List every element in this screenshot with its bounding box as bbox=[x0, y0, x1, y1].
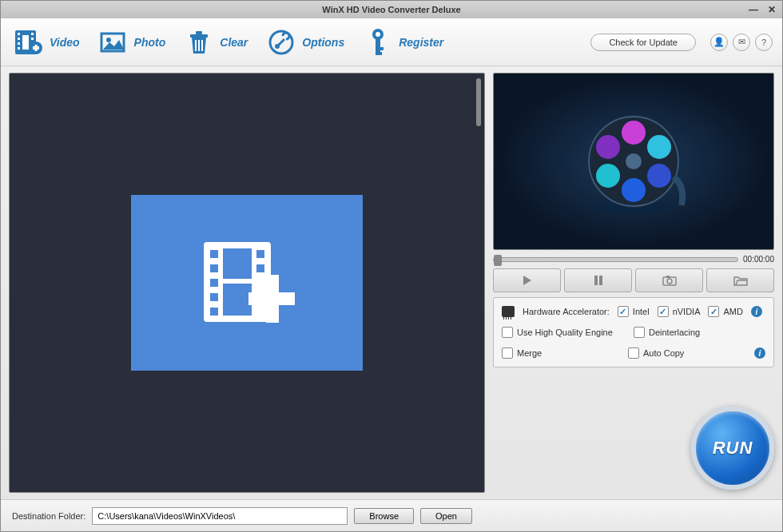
svg-point-50 bbox=[647, 164, 671, 188]
svg-rect-13 bbox=[190, 34, 208, 38]
help-icon[interactable]: ? bbox=[755, 34, 773, 51]
scrollbar[interactable] bbox=[476, 78, 481, 126]
svg-rect-23 bbox=[376, 47, 384, 50]
register-label: Register bbox=[399, 36, 443, 49]
svg-rect-3 bbox=[18, 42, 20, 45]
add-video-dropzone[interactable] bbox=[131, 195, 363, 371]
film-plus-icon bbox=[199, 239, 295, 327]
trash-icon bbox=[185, 28, 213, 57]
svg-point-47 bbox=[596, 135, 620, 159]
nvidia-checkbox[interactable]: nVIDIA bbox=[658, 306, 701, 317]
header-icons: 👤 ✉ ? bbox=[710, 34, 773, 51]
autocopy-info-icon[interactable]: i bbox=[754, 347, 765, 359]
dest-folder-label: Destination Folder: bbox=[12, 511, 85, 521]
timeline-handle[interactable] bbox=[494, 255, 502, 266]
svg-point-21 bbox=[376, 32, 380, 37]
minimize-button[interactable]: — bbox=[749, 4, 758, 15]
video-label: Video bbox=[50, 36, 80, 49]
film-reel-icon bbox=[578, 105, 690, 217]
svg-rect-17 bbox=[201, 40, 203, 51]
file-list-panel bbox=[9, 73, 485, 493]
hq-engine-checkbox[interactable]: Use High Quality Engine bbox=[502, 327, 627, 338]
merge-row: Merge Auto Copy i bbox=[502, 347, 765, 359]
app-window: WinX HD Video Converter Deluxe — ✕ Video… bbox=[0, 0, 783, 532]
footer: Destination Folder: Browse Open bbox=[1, 499, 782, 531]
svg-point-44 bbox=[626, 153, 642, 169]
key-icon bbox=[364, 28, 392, 57]
right-panel: 00:00:00 Hardware Accelerator: Intel nVI… bbox=[493, 73, 774, 493]
svg-point-19 bbox=[275, 44, 280, 49]
svg-rect-52 bbox=[599, 276, 602, 285]
preview-window bbox=[493, 73, 774, 250]
timeline: 00:00:00 bbox=[493, 255, 774, 264]
window-controls: — ✕ bbox=[749, 4, 776, 15]
photo-icon bbox=[99, 28, 128, 57]
snapshot-button[interactable] bbox=[635, 268, 703, 292]
open-button[interactable]: Open bbox=[420, 508, 472, 524]
svg-rect-1 bbox=[18, 33, 20, 35]
svg-rect-54 bbox=[666, 276, 670, 278]
merge-checkbox[interactable]: Merge bbox=[502, 347, 622, 359]
hw-accel-row: Hardware Accelerator: Intel nVIDIA AMD i bbox=[502, 306, 765, 317]
close-button[interactable]: ✕ bbox=[768, 4, 776, 15]
svg-rect-15 bbox=[195, 40, 197, 51]
hw-info-icon[interactable]: i bbox=[751, 306, 762, 317]
timeline-slider[interactable] bbox=[493, 257, 738, 262]
svg-rect-2 bbox=[18, 38, 20, 40]
svg-rect-24 bbox=[376, 52, 382, 55]
intel-checkbox[interactable]: Intel bbox=[618, 306, 650, 317]
playback-controls bbox=[493, 268, 774, 292]
svg-rect-31 bbox=[256, 250, 264, 258]
svg-rect-27 bbox=[210, 264, 218, 272]
check-update-button[interactable]: Check for Update bbox=[590, 34, 696, 51]
hw-accel-label: Hardware Accelerator: bbox=[523, 307, 610, 316]
svg-rect-32 bbox=[256, 264, 264, 272]
photo-button[interactable]: Photo bbox=[95, 24, 177, 61]
mail-icon[interactable]: ✉ bbox=[733, 34, 750, 51]
clear-button[interactable]: Clear bbox=[181, 24, 258, 61]
dest-folder-input[interactable] bbox=[92, 507, 348, 525]
open-folder-button[interactable] bbox=[706, 268, 774, 292]
play-button[interactable] bbox=[493, 268, 561, 292]
content-area: 00:00:00 Hardware Accelerator: Intel nVI… bbox=[1, 66, 782, 499]
run-button[interactable]: RUN bbox=[691, 407, 774, 490]
toolbar: Video Photo Clear Options Register bbox=[1, 18, 782, 66]
timecode: 00:00:00 bbox=[743, 255, 774, 264]
options-button[interactable]: Options bbox=[263, 24, 355, 61]
svg-rect-40 bbox=[223, 279, 252, 284]
video-button[interactable]: Video bbox=[10, 24, 90, 61]
svg-rect-16 bbox=[198, 40, 200, 51]
photo-label: Photo bbox=[134, 36, 166, 49]
register-button[interactable]: Register bbox=[360, 24, 454, 61]
svg-point-12 bbox=[106, 38, 111, 42]
window-title: WinX HD Video Converter Deluxe bbox=[322, 5, 460, 14]
autocopy-checkbox[interactable]: Auto Copy bbox=[628, 347, 748, 359]
svg-rect-51 bbox=[594, 276, 598, 285]
options-panel: Hardware Accelerator: Intel nVIDIA AMD i… bbox=[493, 297, 774, 367]
svg-point-48 bbox=[647, 135, 671, 159]
gear-wrench-icon bbox=[267, 28, 296, 57]
amd-checkbox[interactable]: AMD bbox=[708, 306, 742, 317]
svg-rect-30 bbox=[210, 308, 218, 316]
svg-rect-29 bbox=[210, 293, 218, 301]
svg-rect-5 bbox=[31, 33, 34, 35]
deinterlacing-checkbox[interactable]: Deinterlacing bbox=[634, 327, 759, 338]
svg-rect-14 bbox=[196, 31, 202, 34]
chip-icon bbox=[502, 306, 515, 317]
options-label: Options bbox=[302, 36, 344, 49]
svg-point-46 bbox=[622, 178, 646, 202]
svg-point-45 bbox=[622, 121, 646, 145]
svg-rect-7 bbox=[22, 35, 29, 50]
svg-point-49 bbox=[596, 164, 620, 188]
svg-rect-4 bbox=[18, 47, 20, 50]
svg-rect-28 bbox=[210, 279, 218, 287]
svg-rect-26 bbox=[210, 250, 218, 258]
account-icon[interactable]: 👤 bbox=[710, 34, 728, 51]
svg-point-55 bbox=[667, 279, 672, 284]
browse-button[interactable]: Browse bbox=[354, 508, 414, 524]
svg-rect-6 bbox=[31, 38, 34, 40]
video-add-icon bbox=[14, 28, 43, 57]
run-label: RUN bbox=[713, 438, 753, 459]
pause-button[interactable] bbox=[564, 268, 632, 292]
clear-label: Clear bbox=[220, 36, 248, 49]
